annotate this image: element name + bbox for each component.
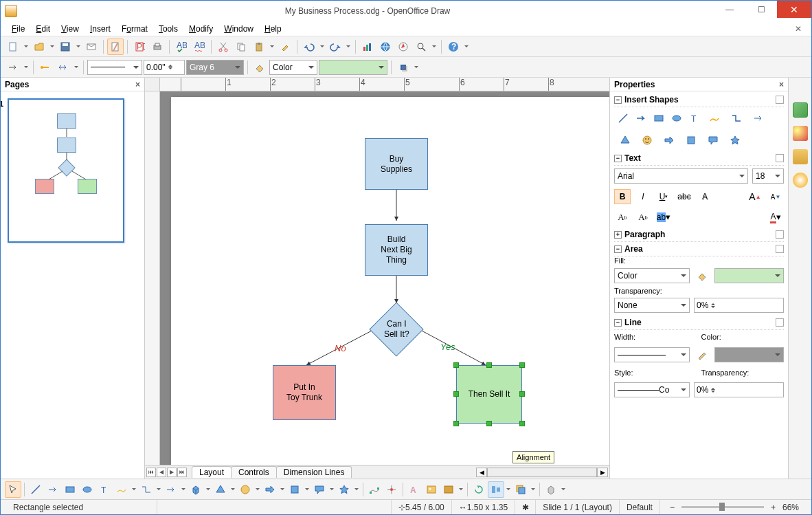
line-width-spinner[interactable]: 0.00" (144, 60, 185, 75)
document-close-button[interactable]: ✕ (791, 23, 806, 35)
block-arrows-tool[interactable] (262, 481, 278, 498)
decrease-font-button[interactable]: A▼ (767, 189, 784, 204)
line-transp-spinner[interactable]: 0% (694, 382, 784, 397)
lines-arrows-dropdown[interactable] (180, 481, 187, 498)
node-buy-supplies[interactable]: Buy Supplies (365, 138, 428, 190)
menu-modify[interactable]: Modify (183, 23, 218, 35)
menu-format[interactable]: Format (116, 23, 153, 35)
maximize-button[interactable]: ☐ (745, 1, 777, 18)
section-menu-icon[interactable] (776, 245, 784, 253)
callout-dropdown[interactable] (328, 481, 335, 498)
shape-star[interactable] (725, 133, 745, 147)
section-menu-icon[interactable] (776, 230, 784, 239)
drawing-page[interactable]: Buy Supplies Build Next Big Thing Can I … (171, 97, 609, 465)
arrow-style-button[interactable] (5, 59, 21, 76)
zoom-out-button[interactable]: − (667, 503, 677, 512)
menu-help[interactable]: Help (259, 23, 287, 35)
bold-button[interactable]: B (614, 189, 631, 204)
area-fill-button[interactable] (251, 59, 268, 76)
zoom-in-button[interactable]: + (768, 503, 778, 512)
shape-rectangle[interactable] (651, 111, 666, 125)
curve-tool[interactable] (113, 481, 130, 498)
line-tool[interactable] (27, 481, 44, 498)
alignment-tool[interactable] (488, 481, 504, 498)
connector-tool[interactable] (138, 481, 155, 498)
new-button[interactable] (5, 39, 21, 55)
open-button[interactable] (31, 39, 47, 55)
resize-handle[interactable] (453, 362, 459, 368)
section-menu-icon[interactable] (776, 318, 784, 327)
star-dropdown[interactable] (353, 481, 360, 498)
shape-curve[interactable] (705, 111, 724, 125)
rectangle-tool[interactable] (62, 481, 78, 498)
shape-basic[interactable] (616, 133, 635, 147)
menu-insert[interactable]: Insert (84, 23, 116, 35)
gallery-tool[interactable] (440, 481, 457, 498)
fill-type-combo[interactable]: Color (269, 60, 317, 75)
resize-handle[interactable] (519, 362, 525, 368)
new-dropdown[interactable] (23, 39, 30, 55)
vertical-ruler[interactable] (145, 91, 160, 465)
section-line[interactable]: Line (614, 316, 784, 330)
text-tool[interactable]: T (96, 481, 113, 498)
section-text[interactable]: Text (614, 151, 784, 166)
shadow-text-button[interactable]: A (697, 189, 713, 204)
tab-dimension-lines[interactable]: Dimension Lines (276, 466, 352, 478)
arrange-dropdown[interactable] (530, 481, 537, 498)
auto-spellcheck-button[interactable]: ABC (191, 39, 207, 55)
edit-points-tool[interactable] (366, 481, 383, 498)
font-name-combo[interactable]: Arial (614, 168, 748, 184)
highlight-color-button[interactable]: ab▾ (655, 210, 672, 225)
spellcheck-button[interactable]: ABC (173, 39, 190, 55)
cut-button[interactable] (215, 39, 232, 55)
shape-connector[interactable] (727, 111, 746, 125)
redo-dropdown[interactable] (345, 39, 352, 55)
properties-close[interactable]: × (779, 80, 784, 89)
block-arrows-dropdown[interactable] (279, 481, 286, 498)
shape-line[interactable] (616, 111, 631, 125)
shape-arrow[interactable] (633, 111, 649, 125)
callout-tool[interactable] (311, 481, 328, 498)
node-put-trunk[interactable]: Put In Toy Trunk (273, 365, 336, 420)
flowchart-dropdown[interactable] (304, 481, 311, 498)
close-button[interactable]: ✕ (777, 1, 811, 18)
font-color-button[interactable]: A▾ (767, 210, 784, 225)
section-menu-icon[interactable] (776, 154, 784, 162)
fontwork-tool[interactable]: A (406, 481, 422, 498)
curve-dropdown[interactable] (131, 481, 137, 498)
transparency-type-combo[interactable]: None (614, 298, 690, 313)
section-paragraph[interactable]: Paragraph (614, 228, 784, 242)
rail-gallery-icon[interactable] (793, 149, 808, 164)
arrow-style-dropdown[interactable] (23, 59, 30, 76)
symbol-shapes-dropdown[interactable] (254, 481, 261, 498)
page-viewport[interactable]: Buy Supplies Build Next Big Thing Can I … (160, 91, 609, 465)
navigator-button[interactable] (395, 39, 411, 55)
line-endings-button[interactable] (37, 59, 54, 76)
export-pdf-button[interactable]: PDF (131, 39, 148, 55)
zoom-dropdown[interactable] (431, 39, 438, 55)
rail-navigator-icon[interactable] (793, 173, 808, 188)
fill-color-combo[interactable] (319, 60, 387, 75)
arrow-ends-button[interactable] (55, 59, 71, 76)
toolbar-more[interactable] (463, 39, 470, 55)
shape-ellipse[interactable] (669, 111, 684, 125)
font-size-combo[interactable]: 18 (752, 168, 784, 184)
shape-symbol[interactable] (638, 133, 657, 147)
resize-handle[interactable] (486, 421, 492, 426)
node-build[interactable]: Build Next Big Thing (365, 224, 428, 276)
copy-button[interactable] (233, 39, 249, 55)
tab-controls[interactable]: Controls (231, 466, 277, 478)
basic-shapes-tool[interactable] (212, 481, 229, 498)
horizontal-ruler[interactable]: 12345678 (160, 78, 609, 91)
resize-handle[interactable] (486, 362, 492, 368)
3d-dropdown[interactable] (205, 481, 212, 498)
line-color-combo[interactable] (714, 347, 784, 362)
paste-dropdown[interactable] (269, 39, 275, 55)
arrow-ends-dropdown[interactable] (73, 59, 80, 76)
tab-nav-first[interactable]: ⏮ (146, 468, 156, 477)
redo-button[interactable] (327, 39, 343, 55)
ellipse-tool[interactable] (79, 481, 95, 498)
hscroll-left[interactable]: ◀ (476, 468, 487, 477)
resize-handle[interactable] (453, 391, 459, 397)
resize-handle[interactable] (519, 391, 525, 397)
